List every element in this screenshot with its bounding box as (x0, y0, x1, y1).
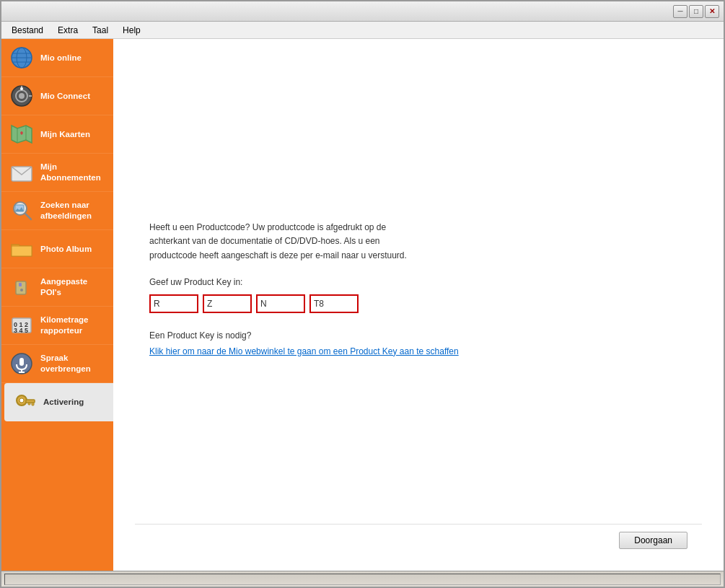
sidebar-item-mio-online-label: Mio online (40, 53, 82, 63)
title-bar: ─ □ ✕ (1, 1, 724, 22)
sidebar-item-photo-album[interactable]: Photo Album (1, 230, 113, 268)
mail-icon (9, 159, 35, 185)
status-bar (1, 571, 724, 587)
product-key-label: Geef uw Product Key in: (149, 277, 242, 287)
numbers-icon: 0 1 2 3 4 5 (9, 312, 35, 338)
key-icon (12, 389, 38, 415)
title-bar-controls: ─ □ ✕ (673, 5, 719, 18)
product-key-link[interactable]: Klik hier om naar de Mio webwinkel te ga… (149, 346, 459, 356)
menu-bestand[interactable]: Bestand (4, 24, 50, 37)
main-window: ─ □ ✕ Bestand Extra Taal Help (0, 0, 725, 588)
sidebar-item-mio-connect[interactable]: Mio Connect (1, 77, 113, 115)
svg-text:3 4 5: 3 4 5 (14, 327, 28, 334)
sidebar: Mio online Mio Connect (1, 39, 113, 571)
sidebar-item-spraak[interactable]: Spraak overbrengen (1, 345, 113, 383)
sidebar-item-activering[interactable]: Activering (4, 383, 113, 421)
sidebar-item-kilometrage-label: Kilometrage rapporteur (40, 315, 106, 336)
key-input-2[interactable] (203, 294, 252, 313)
sidebar-item-activering-label: Activering (43, 397, 84, 408)
sidebar-item-mijn-abonnementen[interactable]: MijnAbonnementen (1, 154, 113, 192)
svg-line-16 (25, 214, 31, 219)
sidebar-item-aangepaste-pois[interactable]: Aangepaste POI's (1, 268, 113, 307)
status-panel (4, 574, 721, 585)
sidebar-item-mio-connect-label: Mio Connect (40, 91, 90, 102)
folder-icon (9, 236, 35, 262)
menu-bar: Bestand Extra Taal Help (1, 22, 724, 39)
svg-point-22 (20, 289, 23, 291)
sidebar-item-aangepaste-pois-label: Aangepaste POI's (40, 276, 106, 298)
sidebar-item-zoeken-label: Zoeken naar afbeeldingen (40, 200, 106, 221)
map-icon (9, 121, 35, 147)
svg-rect-19 (12, 246, 32, 256)
svg-rect-27 (19, 358, 24, 366)
key-input-4[interactable] (309, 294, 359, 313)
key-input-1[interactable] (149, 294, 198, 313)
globe-icon (9, 45, 35, 71)
search-images-icon (9, 198, 35, 224)
menu-help[interactable]: Help (115, 24, 148, 37)
sidebar-item-mijn-kaarten-label: Mijn Kaarten (40, 129, 90, 140)
connect-icon (9, 83, 35, 109)
content-inner: Heeft u een Productcode? Uw productcode … (135, 53, 702, 524)
sidebar-item-mio-online[interactable]: Mio online (1, 39, 113, 77)
sidebar-item-mijn-abonnementen-label: MijnAbonnementen (40, 162, 101, 183)
poi-icon (9, 274, 35, 300)
svg-rect-21 (19, 283, 22, 286)
maximize-button[interactable]: □ (689, 5, 703, 18)
close-button[interactable]: ✕ (705, 5, 719, 18)
svg-point-7 (19, 93, 25, 99)
svg-rect-34 (28, 403, 30, 405)
key-inputs-container (149, 294, 359, 313)
sidebar-item-kilometrage[interactable]: 0 1 2 3 4 5 Kilometrage rapporteur (1, 307, 113, 345)
menu-taal[interactable]: Taal (85, 24, 115, 37)
sidebar-item-spraak-label: Spraak overbrengen (40, 353, 106, 374)
svg-rect-33 (32, 403, 34, 405)
sidebar-item-zoeken[interactable]: Zoeken naar afbeeldingen (1, 192, 113, 230)
bottom-bar: Doorgaan (135, 524, 702, 556)
minimize-button[interactable]: ─ (673, 5, 687, 18)
svg-point-10 (20, 87, 23, 90)
description-text: Heeft u een Productcode? Uw productcode … (149, 221, 423, 263)
sidebar-item-mijn-kaarten[interactable]: Mijn Kaarten (1, 115, 113, 154)
main-layout: Mio online Mio Connect (1, 39, 724, 571)
speech-icon (9, 351, 35, 377)
svg-rect-32 (26, 400, 35, 403)
key-input-3[interactable] (256, 294, 305, 313)
doorgaan-button[interactable]: Doorgaan (619, 532, 687, 549)
svg-point-31 (19, 398, 24, 403)
product-key-needed: Een Product Key is nodig? (149, 330, 251, 341)
content-area: Heeft u een Productcode? Uw productcode … (113, 39, 724, 571)
menu-extra[interactable]: Extra (50, 24, 85, 37)
sidebar-item-photo-album-label: Photo Album (40, 244, 92, 255)
